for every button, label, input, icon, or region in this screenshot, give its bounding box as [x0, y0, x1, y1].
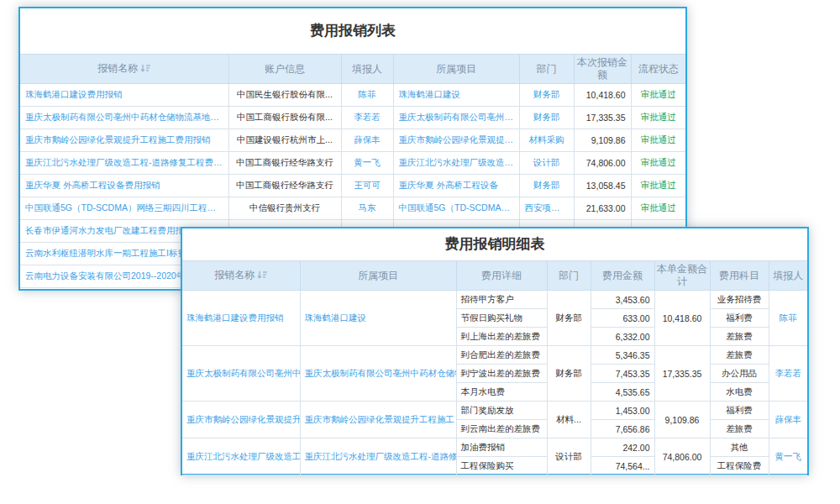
status-badge: 审批通过: [631, 84, 685, 107]
cell-total-amount: 74,806.00: [654, 438, 710, 475]
cell-reimburse-name[interactable]: 重庆江北污水处理厂级改造工程-道路修复工程费用...: [20, 152, 228, 175]
cell-reimburse-name[interactable]: 重庆华夏 外高桥工程设备费用报销: [20, 175, 228, 197]
expense-detail-title: 费用报销明细表: [182, 228, 807, 260]
cell-total-amount: 10,418.60: [654, 291, 710, 346]
cell-reimburse-name[interactable]: 重庆太极制药有限公司亳州中药材仓储物流基地项...: [20, 107, 228, 129]
cell-dept: 设计部: [547, 438, 591, 475]
cell-account: 中国民生银行股份有限...: [228, 84, 341, 107]
cell-reimburse-name[interactable]: 重庆市鹅岭公园绿化景观提升工程施工费用报销: [182, 402, 300, 438]
cell-amount: 9,109.86: [574, 129, 631, 152]
cell-amount: 10,418.60: [574, 84, 631, 107]
cell-dept[interactable]: 财务部: [519, 84, 574, 107]
expense-detail-table: 报销名称 所属项目 费用详细 部门 费用金额 本单金额合计 费用科目 填报人 珠…: [182, 260, 807, 475]
cell-reporter[interactable]: 王可可: [341, 175, 393, 197]
table-row: 珠海鹤港口建设费用报销 中国民生银行股份有限... 陈菲 珠海鹤港口建设 财务部…: [20, 84, 685, 107]
cell-category: 差旅费: [710, 346, 769, 365]
cell-category: 业务招待费: [710, 291, 769, 309]
list-col-header-name[interactable]: 报销名称: [20, 55, 228, 84]
cell-dept[interactable]: 财务部: [519, 175, 574, 197]
sort-icon[interactable]: [257, 270, 267, 282]
cell-project[interactable]: 重庆市鹅岭公园绿化景观提升工程施工: [300, 402, 456, 438]
detail-col-header-total: 本单金额合计: [654, 261, 710, 291]
cell-reimburse-name[interactable]: 重庆太极制药有限公司亳州中药材仓储物流: [182, 346, 300, 402]
cell-reporter[interactable]: 黄一飞: [769, 438, 807, 475]
table-row: 重庆太极制药有限公司亳州中药材仓储物流基地项... 中国工商银行股份有限... …: [20, 107, 685, 129]
detail-row: 珠海鹤港口建设费用报销珠海鹤港口建设招待甲方客户财务部3,453.6010,41…: [182, 291, 807, 309]
cell-project[interactable]: 重庆江北污水处理厂级改造工...: [393, 152, 519, 175]
cell-expense-detail: 节假日购买礼物: [456, 309, 547, 328]
cell-dept[interactable]: 设计部: [519, 152, 574, 175]
cell-project[interactable]: 重庆华夏 外高桥工程设备: [393, 175, 519, 197]
cell-total-amount: 9,109.86: [654, 402, 710, 438]
table-row: 重庆江北污水处理厂级改造工程-道路修复工程费用... 中国工商银行经华路支行 黄…: [20, 152, 685, 175]
detail-row: 重庆江北污水处理厂级改造工程-道路修复工程重庆江北污水处理厂级改造工程-道路修复…: [182, 438, 807, 457]
cell-project[interactable]: 珠海鹤港口建设: [300, 291, 456, 346]
cell-reimburse-name[interactable]: 珠海鹤港口建设费用报销: [182, 291, 300, 346]
cell-account: 中国建设银行杭州市上...: [228, 129, 341, 152]
cell-reporter[interactable]: 黄一飞: [341, 152, 393, 175]
status-badge: 审批通过: [631, 175, 685, 197]
table-row: 重庆市鹅岭公园绿化景观提升工程施工费用报销 中国建设银行杭州市上... 薛保丰 …: [20, 129, 685, 152]
cell-account: 中信银行贵州支行: [228, 197, 341, 220]
detail-col-header-name[interactable]: 报销名称: [182, 261, 300, 291]
cell-amount: 7,656.86: [591, 420, 654, 438]
cell-reporter[interactable]: 陈菲: [769, 291, 807, 346]
cell-expense-detail: 工程保险购买: [456, 457, 547, 475]
cell-category: 其他: [710, 438, 769, 457]
cell-amount: 5,346.35: [591, 346, 654, 365]
cell-project[interactable]: 重庆太极制药有限公司亳州中药材仓储物流基地: [300, 346, 456, 402]
list-col-header-reporter: 填报人: [341, 55, 393, 84]
cell-amount: 13,058.45: [574, 175, 631, 197]
cell-project[interactable]: 重庆太极制药有限公司亳州中...: [393, 107, 519, 129]
cell-category: 水电费: [710, 383, 769, 402]
status-badge: 审批通过: [631, 197, 685, 220]
cell-project[interactable]: 重庆市鹅岭公园绿化景观提升...: [393, 129, 519, 152]
cell-project[interactable]: 珠海鹤港口建设: [393, 84, 519, 107]
sort-icon[interactable]: [140, 63, 150, 76]
expense-list-title: 费用报销列表: [20, 8, 685, 54]
cell-dept[interactable]: 材料采购: [519, 129, 574, 152]
cell-reporter[interactable]: 陈菲: [341, 84, 393, 107]
detail-col-header-amount: 费用金额: [591, 261, 654, 291]
cell-amount: 3,453.60: [591, 291, 654, 309]
detail-col-header-category: 费用科目: [710, 261, 769, 291]
cell-reporter[interactable]: 薛保丰: [769, 402, 807, 438]
cell-expense-detail: 到上海出差的差旅费: [456, 328, 547, 346]
cell-dept[interactable]: 西安项目部: [519, 197, 574, 220]
cell-expense-detail: 到云南出差的差旅费: [456, 420, 547, 438]
list-col-header-amount: 本次报销金额: [574, 55, 631, 84]
cell-amount: 4,535.65: [591, 383, 654, 402]
cell-category: 差旅费: [710, 420, 769, 438]
cell-reporter[interactable]: 薛保丰: [341, 129, 393, 152]
cell-reporter[interactable]: 马东: [341, 197, 393, 220]
cell-total-amount: 17,335.35: [654, 346, 710, 402]
status-badge: 审批通过: [631, 129, 685, 152]
cell-expense-detail: 招待甲方客户: [456, 291, 547, 309]
cell-account: 中国工商银行经华路支行: [228, 175, 341, 197]
cell-reporter[interactable]: 李若若: [769, 346, 807, 402]
cell-reimburse-name[interactable]: 重庆市鹅岭公园绿化景观提升工程施工费用报销: [20, 129, 228, 152]
cell-amount: 74,564...: [591, 457, 654, 475]
status-badge: 审批通过: [631, 107, 685, 129]
cell-reporter[interactable]: 李若若: [341, 107, 393, 129]
cell-category: 办公用品: [710, 365, 769, 383]
cell-category: 福利费: [710, 402, 769, 420]
detail-col-header-dept: 部门: [547, 261, 591, 291]
cell-amount: 633.00: [591, 309, 654, 328]
cell-project[interactable]: 重庆江北污水处理厂级改造工程-道路修复工程: [300, 438, 456, 475]
cell-reimburse-name[interactable]: 珠海鹤港口建设费用报销: [20, 84, 228, 107]
cell-reimburse-name[interactable]: 中国联通5G（TD-SCDMA）网络三期四川工程费...: [20, 197, 228, 220]
cell-reimburse-name[interactable]: 重庆江北污水处理厂级改造工程-道路修复工程: [182, 438, 300, 475]
cell-dept: 材料...: [547, 402, 591, 438]
cell-expense-detail: 到合肥出差的差旅费: [456, 346, 547, 365]
detail-row: 重庆太极制药有限公司亳州中药材仓储物流重庆太极制药有限公司亳州中药材仓储物流基地…: [182, 346, 807, 365]
cell-dept[interactable]: 财务部: [519, 107, 574, 129]
status-badge: 审批通过: [631, 152, 685, 175]
cell-expense-detail: 部门奖励发放: [456, 402, 547, 420]
table-row: 中国联通5G（TD-SCDMA）网络三期四川工程费... 中信银行贵州支行 马东…: [20, 197, 685, 220]
detail-col-header-project: 所属项目: [300, 261, 456, 291]
cell-expense-detail: 到宁波出差的差旅费: [456, 365, 547, 383]
cell-category: 工程保险费: [710, 457, 769, 475]
cell-dept: 财务部: [547, 346, 591, 402]
cell-project[interactable]: 中国联通5G（TD-SCDMA）网...: [393, 197, 519, 220]
